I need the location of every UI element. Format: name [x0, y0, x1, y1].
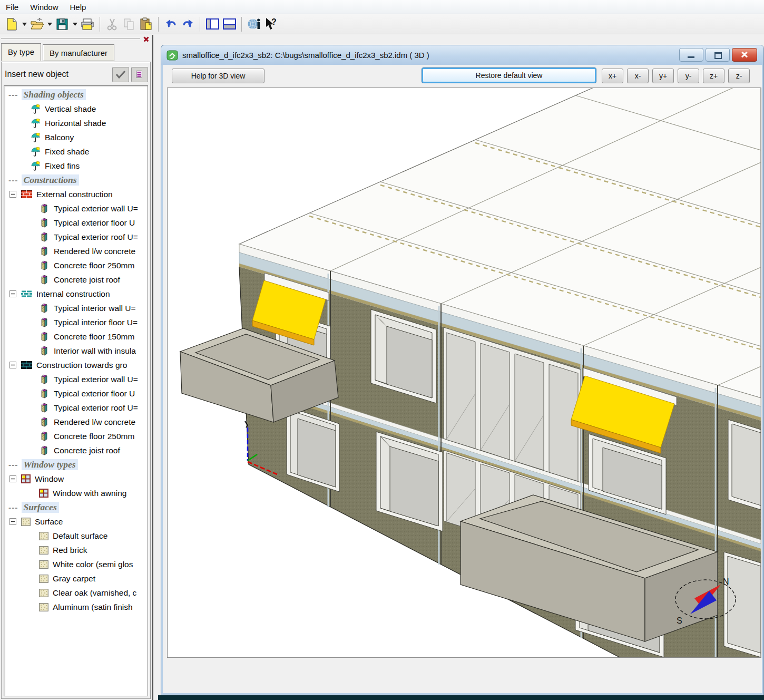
- surface-icon: [39, 603, 48, 611]
- tree-item-clear-oak-varnished-c[interactable]: Clear oak (varnished, c: [4, 586, 148, 600]
- document-title: smalloffice_d_ifc2x3_sb2: C:\bugs\smallo…: [182, 51, 429, 60]
- panel-splitter[interactable]: [152, 35, 153, 700]
- tree-item-typical-exterior-floor-u[interactable]: Typical exterior floor U: [4, 386, 148, 401]
- context-help-button[interactable]: ?: [263, 16, 279, 33]
- axis-button-z-plus[interactable]: z+: [703, 69, 724, 83]
- tree-item-typical-interior-wall-u[interactable]: Typical interior wall U=: [4, 301, 148, 315]
- tree-item-label: Gray carpet: [53, 574, 95, 584]
- tree-item-vertical-shade[interactable]: Vertical shade: [4, 102, 148, 116]
- axis-button-x-minus[interactable]: x-: [627, 69, 649, 83]
- open-folder-button[interactable]: [29, 16, 45, 33]
- redo-button[interactable]: [180, 16, 195, 33]
- menu-bar: File Window Help: [0, 0, 764, 14]
- split-horizontal-button[interactable]: [221, 16, 237, 33]
- tree-item-concrete-floor-250mm[interactable]: Concrete floor 250mm: [4, 429, 148, 443]
- print-button[interactable]: [80, 16, 95, 33]
- tree-header-surfaces[interactable]: ---Surfaces: [4, 500, 148, 514]
- menu-help[interactable]: Help: [64, 2, 92, 13]
- menu-window[interactable]: Window: [24, 2, 64, 13]
- tab-by-type[interactable]: By type: [1, 43, 41, 61]
- dropdown-arrow-button[interactable]: [21, 16, 28, 33]
- minimize-button[interactable]: [679, 48, 703, 62]
- tree-item-typical-exterior-floor-u[interactable]: Typical exterior floor U: [4, 216, 148, 230]
- tree-item-horizontal-shade[interactable]: Horizontal shade: [4, 116, 148, 130]
- tab-by-manufacturer[interactable]: By manufacturer: [43, 44, 114, 61]
- tree-item-label: Horizontal shade: [45, 119, 106, 128]
- 3d-viewport[interactable]: N S: [167, 88, 761, 658]
- collapse-toggle-icon[interactable]: [9, 290, 16, 297]
- collapse-toggle-icon[interactable]: [9, 191, 16, 198]
- print-icon: [81, 18, 94, 31]
- layer-icon: [39, 246, 50, 256]
- help-3d-view-button[interactable]: Help for 3D view: [172, 69, 265, 83]
- insert-new-object-row: Insert new object: [5, 66, 148, 82]
- tree-item-concrete-floor-150mm[interactable]: Concrete floor 150mm: [4, 329, 148, 344]
- restore-default-view-button[interactable]: Restore default view: [422, 68, 596, 83]
- tree-item-red-brick[interactable]: Red brick: [4, 543, 148, 557]
- tree-item-window-with-awning[interactable]: Window with awning: [4, 486, 148, 500]
- collapse-toggle-icon[interactable]: [9, 475, 16, 482]
- layer-icon: [39, 445, 50, 455]
- tree-item-interior-wall-with-insula[interactable]: Interior wall with insula: [4, 344, 148, 358]
- document-title-bar[interactable]: smalloffice_d_ifc2x3_sb2: C:\bugs\smallo…: [161, 45, 763, 65]
- axis-button-y-minus[interactable]: y-: [678, 69, 699, 83]
- tree-item-typical-interior-floor-u[interactable]: Typical interior floor U=: [4, 315, 148, 329]
- layer-icon: [39, 303, 50, 313]
- tree-item-label: Typical exterior floor U: [54, 389, 135, 398]
- tree-item-rendered-l-w-concrete[interactable]: Rendered l/w concrete: [4, 244, 148, 258]
- panel-close-icon[interactable]: [142, 35, 150, 43]
- database-button[interactable]: [131, 67, 148, 82]
- tree-item-fixed-fins[interactable]: Fixed fins: [4, 159, 148, 173]
- tree-item-typical-exterior-roof-u[interactable]: Typical exterior roof U=: [4, 230, 148, 244]
- axis-button-z-minus[interactable]: z-: [728, 69, 750, 83]
- new-document-button[interactable]: [4, 16, 19, 33]
- tree-item-default-surface[interactable]: Default surface: [4, 529, 148, 543]
- tree-item-concrete-joist-roof[interactable]: Concrete joist roof: [4, 443, 148, 458]
- tree-item-balcony[interactable]: Balcony: [4, 130, 148, 144]
- tree-item-label: Surface: [35, 517, 63, 527]
- save-button[interactable]: [54, 16, 70, 33]
- tree-item-gray-carpet[interactable]: Gray carpet: [4, 571, 148, 586]
- tree-item-concrete-joist-roof[interactable]: Concrete joist roof: [4, 273, 148, 287]
- menu-file[interactable]: File: [0, 2, 24, 13]
- tree-item-label: Window: [35, 474, 64, 484]
- axis-button-x-plus[interactable]: x+: [602, 69, 623, 83]
- dropdown-arrow-button[interactable]: [71, 16, 79, 33]
- paste-button[interactable]: [138, 16, 154, 33]
- tree-item-construction-towards-gro[interactable]: Construction towards gro: [4, 358, 148, 372]
- maximize-button[interactable]: [706, 48, 730, 62]
- tree-header-constructions[interactable]: ---Constructions: [4, 173, 148, 187]
- axis-button-y-plus[interactable]: y+: [652, 69, 674, 83]
- tree-item-window[interactable]: Window: [4, 472, 148, 486]
- tree-item-fixed-shade[interactable]: Fixed shade: [4, 144, 148, 159]
- tree-item-external-construction[interactable]: External construction: [4, 187, 148, 201]
- tree-item-label: Interior wall with insula: [54, 346, 136, 356]
- window-icon: [39, 489, 48, 498]
- undo-button[interactable]: [163, 16, 179, 33]
- collapse-toggle-icon[interactable]: [9, 362, 16, 368]
- close-button[interactable]: [732, 48, 757, 62]
- tree-item-concrete-floor-250mm[interactable]: Concrete floor 250mm: [4, 258, 148, 273]
- tree-header-window-types[interactable]: ---Window types: [4, 458, 148, 472]
- tree-item-surface[interactable]: Surface: [4, 514, 148, 529]
- tree-item-typical-exterior-roof-u[interactable]: Typical exterior roof U=: [4, 401, 148, 415]
- tree-item-white-color-semi-glos[interactable]: White color (semi glos: [4, 557, 148, 571]
- tree-item-typical-exterior-wall-u[interactable]: Typical exterior wall U=: [4, 372, 148, 386]
- toolbar-separator: [200, 17, 200, 32]
- dropdown-arrow-button[interactable]: [46, 16, 53, 33]
- layer-icon: [39, 203, 50, 213]
- window-icon: [21, 474, 31, 483]
- tree-item-label: Rendered l/w concrete: [54, 417, 135, 427]
- confirm-insert-button[interactable]: [112, 67, 129, 82]
- globe-info-button[interactable]: [246, 16, 262, 33]
- tree-item-typical-exterior-wall-u[interactable]: Typical exterior wall U=: [4, 201, 148, 216]
- split-vertical-button[interactable]: [204, 16, 220, 33]
- copy-button: [121, 16, 137, 33]
- tree-item-internal-construction[interactable]: Internal construction: [4, 287, 148, 301]
- tree-item-label: Internal construction: [36, 289, 110, 299]
- collapse-toggle-icon[interactable]: [9, 518, 16, 525]
- layer-icon: [39, 374, 50, 384]
- tree-header-shading-objects[interactable]: ---Shading objects: [4, 88, 148, 102]
- tree-item-aluminum-satin-finish[interactable]: Aluminum (satin finish: [4, 600, 148, 614]
- tree-item-rendered-l-w-concrete[interactable]: Rendered l/w concrete: [4, 415, 148, 429]
